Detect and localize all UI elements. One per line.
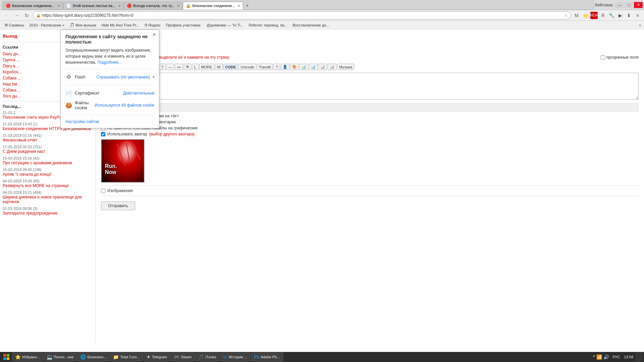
tray-network-icon[interactable]: 📶 — [596, 354, 602, 360]
bookmark-1[interactable]: 2010 - Расписание » — [28, 22, 66, 28]
news-link-4[interactable]: Про ситуацию с архивами дневников — [3, 161, 93, 165]
gmail-icon[interactable]: M — [573, 12, 580, 19]
addon1-icon[interactable]: 🔧 — [608, 12, 615, 19]
tab4-close[interactable]: ✕ — [237, 4, 240, 8]
toolbar-btn-unicode[interactable]: Unicode — [238, 64, 256, 70]
popup-close-button[interactable]: ✕ — [152, 32, 156, 37]
menu-button[interactable]: ≡ — [634, 12, 641, 19]
yandex-icon[interactable]: Я — [599, 12, 606, 19]
toolbar-btn-chart3[interactable]: 📊 — [318, 64, 327, 70]
news-date-4: 15-03-2018 15:16 — [3, 156, 32, 160]
bookmark-7[interactable]: Referee: перевод, пр... — [247, 22, 289, 28]
flash-value[interactable]: Спрашивать (по умолчанию) — [96, 75, 150, 79]
news-link-2[interactable]: Финансовый отчет — [3, 138, 93, 142]
bookmark-5[interactable]: Профиль участника: — [164, 22, 203, 28]
toolbar-btn-ni[interactable]: NI — [215, 64, 223, 70]
addon2-icon[interactable]: ▶ — [616, 12, 624, 19]
profile-name[interactable]: Кейтсина — [595, 3, 612, 7]
toolbar-btn-more[interactable]: MORE — [199, 64, 214, 70]
refresh-button[interactable]: ↻ — [23, 11, 31, 19]
tab-1[interactable]: 🔴 Безопасное соединени... ✕ — [3, 2, 63, 10]
taskbar-popoln[interactable]: 💻 Попол...нне — [44, 353, 77, 361]
toolbar-btn-color[interactable]: 🎨 — [290, 64, 299, 70]
images-checkbox[interactable] — [101, 189, 105, 193]
toolbar-btn-help2[interactable]: ? — [273, 64, 280, 70]
toolbar-btn-chart2[interactable]: 📊 — [309, 64, 318, 70]
addon3-icon[interactable]: ⬇ — [625, 12, 633, 19]
news-link-3[interactable]: С Днем рождения нас! — [3, 149, 93, 154]
transparent-label: прозрачные поля — [606, 55, 639, 60]
tab1-favicon: 🔴 — [6, 3, 11, 8]
taskbar-browser[interactable]: 🌐 Безопасн... — [77, 353, 109, 361]
toolbar-btn-chart4[interactable]: 📊 — [328, 64, 336, 70]
site-settings-link[interactable]: Настройки сайтов — [65, 118, 154, 124]
tray-volume-icon[interactable]: 🔊 — [603, 354, 609, 360]
tab-4[interactable]: 🔒 Безопасное соединени... ✕ — [183, 2, 243, 10]
submit-button[interactable]: Отправить — [101, 201, 135, 210]
avatar-choice-link[interactable]: (выбор другого аватара) — [149, 132, 195, 136]
maximize-button[interactable]: □ — [625, 2, 633, 8]
cookies-value[interactable]: Используется 49 файлов cookie — [95, 103, 154, 108]
start-button[interactable] — [1, 353, 11, 361]
news-count-1: (1) — [33, 122, 37, 126]
new-badge-icon[interactable]: NEW — [590, 12, 598, 19]
taskbar-lang[interactable]: РУС — [611, 355, 621, 359]
minimize-button[interactable]: — — [615, 2, 624, 8]
taskbar-totalcmd[interactable]: 📁 Total Com... — [110, 353, 143, 361]
bookmark-2[interactable]: 🎵 Моя музыка — [68, 22, 98, 28]
news-link-7[interactable]: Ширина дневника и новое хранилище для ка… — [3, 195, 93, 204]
taskbar-clock[interactable]: 13:58 — [622, 355, 635, 359]
toolbar-btn-translit[interactable]: Translit — [257, 64, 273, 70]
browser-tb-icon: 🌐 — [80, 354, 86, 360]
popup-desc: Злоумышленники могут видеть изображения,… — [65, 47, 154, 65]
toolbar-btn-music[interactable]: Музыка — [337, 64, 354, 70]
back-button[interactable]: ← — [3, 11, 11, 19]
tray-arrow-icon[interactable]: ^ — [593, 354, 595, 360]
tab3-close[interactable]: ✕ — [177, 4, 180, 8]
tab4-label: Безопасное соединени... — [192, 4, 235, 8]
close-button[interactable]: ✕ — [634, 2, 643, 8]
news-date-1: 21-03-2018 13:43 — [3, 122, 32, 126]
bookmark-6[interactable]: @дневники — "In Ti... — [205, 22, 246, 28]
taskbar-photoshop[interactable]: Ps Adobe Ph... — [251, 353, 283, 361]
checkbox-3[interactable] — [101, 132, 105, 136]
forward-button[interactable]: → — [13, 11, 21, 19]
news-link-6[interactable]: Развернуть все MORE на странице — [3, 183, 93, 188]
toolbar-btn-l[interactable]: L — [192, 64, 199, 70]
toolbar-btn-gear[interactable]: ⚙ — [184, 64, 191, 70]
transparent-checkbox[interactable] — [601, 55, 605, 60]
show-desktop-button[interactable] — [636, 353, 643, 361]
certificate-value[interactable]: Действительный — [123, 91, 154, 96]
bookmarks-more[interactable]: » — [639, 23, 641, 27]
news-link-8[interactable]: Запоздалое предупреждение — [3, 211, 93, 216]
bookmark-star-icon[interactable]: ☆ — [564, 13, 568, 18]
toolbar-btn-dash[interactable]: — — [166, 64, 174, 70]
bookmark-apps[interactable]: ⊞ Сервисы — [3, 22, 26, 28]
bookmark-4[interactable]: Я Яндекс — [143, 22, 163, 28]
address-box[interactable]: 🔒 https://diary-spirit.diary.ru/p2150961… — [33, 11, 571, 19]
taskbar-steam[interactable]: 🎮 Steam — [171, 353, 195, 361]
toolbar-btn-chart1[interactable]: 📊 — [300, 64, 308, 70]
toolbar-btn-quotes[interactable]: «» — [175, 64, 183, 70]
popup-more-link[interactable]: Подробнее... — [97, 60, 121, 65]
tab-2[interactable]: 📄 Этой осенью листья па... ✕ — [63, 2, 124, 10]
svg-rect-3 — [7, 357, 9, 360]
bookmark-3[interactable]: Hide My Ass! Free Pr... — [99, 22, 141, 28]
new-tab-button[interactable]: + — [243, 2, 251, 10]
taskbar-favorites[interactable]: ⭐ Избранн... — [12, 353, 43, 361]
taskbar-telegram[interactable]: ✈ Telegram — [144, 353, 170, 361]
tab2-close[interactable]: ✕ — [118, 4, 121, 8]
taskbar-itunes[interactable]: 🎵 iTunes — [195, 353, 219, 361]
bookmark-8[interactable]: Восстановление до... — [290, 22, 331, 28]
checkbox-option-0: Не заменять переносы строки на <br> — [101, 114, 639, 118]
taskbar-word[interactable]: W История ... — [220, 353, 250, 361]
toolbar-btn-help1[interactable]: ? — [159, 64, 166, 70]
comment-textarea[interactable] — [101, 73, 639, 100]
tab-3[interactable]: 🔴 Всегда считала, что ту... ✕ — [124, 2, 183, 10]
toolbar-btn-code[interactable]: CODE — [223, 64, 238, 70]
tab1-close[interactable]: ✕ — [57, 4, 60, 8]
news-link-5[interactable]: Архив "с начала до конца" — [3, 172, 93, 177]
avatar-inner: Run.Now — [102, 140, 144, 182]
toolbar-btn-user[interactable]: 👤 — [281, 64, 289, 70]
extensions-area[interactable]: ⭐ — [582, 12, 589, 19]
